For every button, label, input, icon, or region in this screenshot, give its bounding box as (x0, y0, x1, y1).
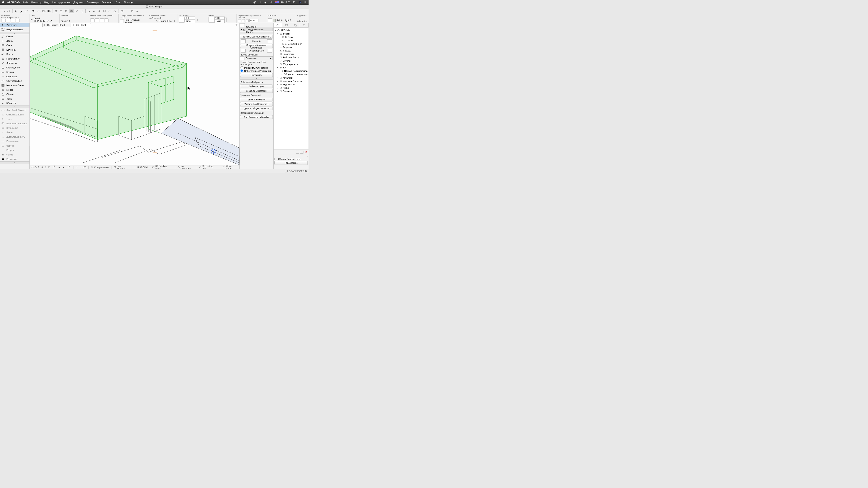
tree-root[interactable]: ▾ARC-3ds (275, 29, 308, 32)
tool-skylight[interactable]: Световой Люк (0, 79, 29, 83)
grid-display-dropdown[interactable] (46, 9, 51, 13)
menubar-clock[interactable]: Чт 19:03 (281, 1, 290, 4)
snap-guides-dropdown[interactable] (31, 9, 36, 13)
walk-icon[interactable] (44, 166, 47, 169)
tool-door[interactable]: Дверь (0, 39, 29, 43)
tool-slab[interactable]: Перекрытие (0, 57, 29, 61)
toolbox-separator[interactable]: ▸ (0, 32, 29, 34)
align-button[interactable] (97, 9, 102, 13)
menu-document[interactable]: Документ (73, 1, 84, 4)
navigator-tab-layouts[interactable] (291, 23, 300, 27)
snap-points-dropdown[interactable] (36, 9, 41, 13)
tab-ground-floor[interactable]: [1. Ground Floor] (42, 23, 70, 27)
tree-worksheets[interactable]: Рабочие Листы (275, 56, 308, 59)
tool-shell[interactable]: Оболочка (0, 74, 29, 79)
find-select-button[interactable] (92, 9, 97, 13)
navigator-tab-views[interactable] (282, 23, 291, 27)
navigator-tab-publisher[interactable] (300, 23, 309, 27)
explode-button[interactable] (87, 9, 92, 13)
graphisoft-id-label[interactable]: GRAPHISOFT ID (289, 170, 307, 172)
tool-interior-elevation[interactable]: Развертка (0, 157, 29, 161)
execute-button[interactable]: Выполнить (240, 73, 273, 77)
eye-icon[interactable]: 👁 (31, 19, 33, 21)
tree-3d[interactable]: ▾3D (275, 66, 308, 69)
pan-icon[interactable] (41, 166, 44, 169)
measure-button[interactable] (74, 9, 79, 13)
spotlight-icon[interactable] (293, 1, 296, 4)
prev-zoom-icon[interactable]: ◂ (59, 166, 61, 169)
tree-perspective[interactable]: Общая Перспектива (275, 69, 308, 73)
trace-button[interactable] (125, 9, 129, 13)
tool-curtainwall[interactable]: Навесная Стена (0, 83, 29, 88)
screen-record-icon[interactable] (253, 1, 256, 4)
fit-icon[interactable] (34, 166, 37, 169)
highlight-operators-button[interactable] (267, 49, 272, 53)
scale-value[interactable]: 1:100 (81, 166, 87, 169)
notifications-icon[interactable] (304, 1, 307, 4)
tool-text[interactable]: AТекст (0, 117, 29, 121)
tool-arrow[interactable]: Указатель (0, 23, 29, 27)
radio-own-attrs[interactable]: Собственные Реквизиты (240, 69, 273, 72)
favorites-dropdown[interactable] (64, 9, 69, 13)
view-settings-button[interactable]: Параметры... (274, 161, 308, 165)
add-targets-button[interactable]: Добавить Цели (240, 85, 273, 88)
geom-method-3-button[interactable] (100, 19, 104, 22)
panel-header[interactable]: ▾◧Операции Твердотельного Моде... (240, 28, 273, 31)
menu-help[interactable]: Помощь (124, 1, 133, 4)
radio-operator-attrs[interactable]: Реквизиты Оператора (240, 66, 273, 69)
tool-stair[interactable]: Лестница (0, 61, 29, 65)
panel-section-collapse[interactable]: ▾ (240, 77, 273, 79)
tool-roof[interactable]: Крыша (0, 70, 29, 74)
tool-column[interactable]: Колонна (0, 48, 29, 52)
favorites-apply-button[interactable] (6, 19, 10, 23)
tree-story-3[interactable]: 3. Этаж (275, 35, 308, 39)
tool-railing[interactable]: Ограждение (0, 65, 29, 70)
delete-all-targets-button[interactable]: Удалить Все Цели (240, 98, 273, 101)
size-link-icon[interactable] (225, 18, 227, 22)
layer-value[interactable]: 00 05 ПЕРЕКРЫТИЯ.А (34, 17, 58, 22)
elevation-link-icon[interactable] (195, 19, 198, 21)
add-operators-button[interactable]: Добавить Операторы (240, 89, 273, 93)
renovation-value[interactable]: 01 Existing Plan (202, 165, 218, 169)
delete-all-operators-button[interactable]: Удалить Все Операторы (240, 102, 273, 106)
zoom-icon[interactable] (38, 166, 40, 169)
nav-new-button[interactable] (296, 151, 299, 154)
tree-info[interactable]: ▸iИнфо (275, 86, 308, 90)
override-value[interactable]: No Overrides (181, 165, 194, 169)
operation-select[interactable]: Вычитание (245, 56, 273, 60)
menu-edit[interactable]: Редактор (31, 1, 41, 4)
orbit-icon[interactable] (31, 166, 33, 169)
view-options-dropdown[interactable] (135, 9, 140, 13)
nav-clone-button[interactable] (300, 151, 304, 154)
element-snap-dropdown[interactable] (59, 9, 64, 13)
tree-axonometry[interactable]: Общая Аксонометрия (275, 73, 308, 76)
penset-value[interactable]: ШАБЛОН (137, 166, 148, 169)
tool-object[interactable]: Объект (0, 92, 29, 97)
ruler-button[interactable] (54, 9, 59, 13)
tree-3d-docs[interactable]: 3D-документы (275, 63, 308, 66)
tool-marquee[interactable]: Бегущая Рамка (0, 27, 29, 32)
menu-window[interactable]: Окно (116, 1, 121, 4)
tool-fill[interactable]: Штриховка (0, 126, 29, 130)
eyedropper-button[interactable] (19, 9, 24, 13)
bottom-input[interactable] (185, 17, 195, 20)
element-type-icon[interactable] (15, 19, 20, 23)
rotation-input[interactable] (249, 19, 259, 22)
suspend-groups-button[interactable] (69, 9, 74, 13)
input-flag-icon[interactable] (275, 1, 279, 4)
undo-button[interactable] (1, 9, 6, 13)
menu-file[interactable]: Файл (23, 1, 28, 4)
convert-to-morph-button[interactable]: Преобразовать в Морфы (240, 115, 273, 119)
tool-level[interactable]: Отметка Уровня (0, 112, 29, 117)
tree-schedules[interactable]: ▸Ведомости (275, 83, 308, 86)
tree-catalogs[interactable]: ▸Каталоги (275, 76, 308, 79)
tool-mesh[interactable]: 3D-сетка (0, 101, 29, 105)
nav-delete-button[interactable]: ✕ (304, 151, 308, 154)
tool-dimension[interactable]: Линейный Размер (0, 108, 29, 112)
tab-overflow-button[interactable] (235, 24, 238, 27)
tool-arc[interactable]: Дуга/Окружность (0, 135, 29, 139)
get-operators-button[interactable]: Получить Элементы Операторов (240, 44, 273, 48)
tree-interior-elevations[interactable]: Развертки (275, 52, 308, 56)
home-story-value[interactable]: 1. Ground Floor (156, 20, 172, 22)
pick-button[interactable] (14, 9, 19, 13)
